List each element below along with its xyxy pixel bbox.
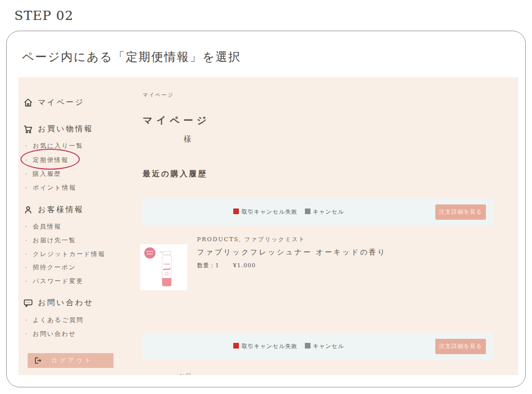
sidebar-item-mypage[interactable]: マイページ <box>24 98 84 107</box>
sidebar-section-label: お客様情報 <box>38 205 84 215</box>
person-icon <box>24 205 33 215</box>
step-label: STEP 02 <box>14 8 74 23</box>
bullet: ・ <box>24 331 30 338</box>
product-price: ¥1.000 <box>233 262 256 269</box>
red-square-icon <box>233 343 239 349</box>
sidebar-section-shopping[interactable]: お買い物情報 <box>24 124 94 134</box>
sidebar-item-purchase-history[interactable]: ・ 購入履歴 <box>24 170 61 178</box>
logout-button[interactable]: ログアウト <box>28 353 114 368</box>
sidebar-item-label: クレジットカード情報 <box>33 250 105 259</box>
sidebar: マイページ お買い物情報 ・ お気に入り一覧 ・ 定期便情報 ・ 購入履歴 <box>24 77 144 375</box>
logout-icon <box>34 357 41 364</box>
sidebar-section-label: お買い物情報 <box>38 124 94 134</box>
sidebar-item-label: 購入履歴 <box>33 170 61 178</box>
sidebar-item-label: パスワード変更 <box>33 277 83 286</box>
view-order-details-button[interactable]: 注文詳細を見る <box>435 204 486 220</box>
legend-cancel-failed: 取引キャンセル失敗 <box>233 208 297 216</box>
sidebar-item-subscription[interactable]: ・ 定期便情報 <box>24 156 69 165</box>
sidebar-item-label: 定期便情報 <box>33 156 69 165</box>
sidebar-item-addresses[interactable]: ・ お届け先一覧 <box>24 236 76 245</box>
bullet: ・ <box>24 237 30 244</box>
legend-label: キャンセル <box>313 208 344 215</box>
red-square-icon <box>233 208 239 214</box>
bullet: ・ <box>24 143 30 150</box>
sidebar-item-label: お問い合わせ <box>33 330 76 338</box>
sidebar-item-label: マイページ <box>38 98 84 107</box>
breadcrumb: マイページ <box>143 91 174 99</box>
step-panel: ページ内にある「定期便情報」を選択 マイページ お買い物情報 ・ お気に入り一覧 <box>6 31 526 387</box>
main-content: マイページ マイページ 様 最近の購入履歴 取引キャンセル失敗 キャンセル 注文… <box>142 77 493 375</box>
home-icon <box>24 98 33 107</box>
gray-square-icon <box>305 343 311 349</box>
sidebar-item-label: ポイント情報 <box>33 183 76 192</box>
cart-icon <box>24 125 33 134</box>
bullet: ・ <box>24 278 30 285</box>
sidebar-item-label: お届け先一覧 <box>33 236 76 245</box>
bullet: ・ <box>24 251 30 258</box>
product-quantity-price: 数量：1 ¥1.000 <box>197 262 256 269</box>
sidebar-section-customer[interactable]: お客様情報 <box>24 205 84 215</box>
bullet: ・ <box>24 171 30 178</box>
legend-cancelled: キャンセル <box>305 208 344 216</box>
status-legend: 取引キャンセル失敗 キャンセル <box>142 208 435 216</box>
bullet: ・ <box>24 317 30 324</box>
bullet: ・ <box>24 264 30 271</box>
sidebar-item-points[interactable]: ・ ポイント情報 <box>24 183 76 192</box>
product-quantity: 数量：1 <box>197 262 219 269</box>
bullet: ・ <box>24 184 30 192</box>
product-badge <box>144 247 156 259</box>
legend-cancel-failed: 取引キャンセル失敗 <box>233 342 297 350</box>
legend-label: 取引キャンセル失敗 <box>241 343 297 350</box>
product-name[interactable]: ファブリックフレッシュナー オーキッドの香り <box>197 248 386 257</box>
cutoff-next-section-text: お届 <box>179 372 196 375</box>
legend-label: 取引キャンセル失敗 <box>241 208 297 215</box>
chat-icon <box>24 298 33 308</box>
recent-purchases-title: 最近の購入履歴 <box>143 169 207 179</box>
sidebar-item-faq[interactable]: ・ よくあるご質問 <box>24 316 83 325</box>
mypage-screenshot: マイページ お買い物情報 ・ お気に入り一覧 ・ 定期便情報 ・ 購入履歴 <box>18 77 518 375</box>
sidebar-item-label: 招待クーポン <box>33 263 76 272</box>
status-legend: 取引キャンセル失敗 キャンセル <box>142 342 435 350</box>
product-image[interactable] <box>140 244 187 290</box>
product-category: PRODUCTS, ファブリックミスト <box>197 236 305 243</box>
sidebar-section-label: お問い合わせ <box>38 298 94 308</box>
legend-label: キャンセル <box>313 343 344 350</box>
sidebar-item-label: 会員情報 <box>33 222 61 231</box>
order-status-bar: 取引キャンセル失敗 キャンセル 注文詳細を見る <box>142 333 493 360</box>
logout-label: ログアウト <box>41 357 114 364</box>
sidebar-item-label: お気に入り一覧 <box>33 142 83 150</box>
sidebar-item-label: よくあるご質問 <box>33 316 83 325</box>
sidebar-item-change-password[interactable]: ・ パスワード変更 <box>24 277 83 286</box>
bullet: ・ <box>24 223 30 230</box>
sidebar-section-contact[interactable]: お問い合わせ <box>24 298 94 308</box>
sidebar-item-contact[interactable]: ・ お問い合わせ <box>24 330 76 338</box>
sidebar-item-member-info[interactable]: ・ 会員情報 <box>24 222 61 231</box>
legend-cancelled: キャンセル <box>305 342 344 350</box>
order-status-bar: 取引キャンセル失敗 キャンセル 注文詳細を見る <box>142 198 493 225</box>
panel-title: ページ内にある「定期便情報」を選択 <box>22 49 241 65</box>
customer-name-suffix: 様 <box>184 134 192 144</box>
sidebar-item-favorites[interactable]: ・ お気に入り一覧 <box>24 142 83 150</box>
page-title: マイページ <box>143 114 210 127</box>
bullet: ・ <box>24 157 30 164</box>
gray-square-icon <box>305 208 311 214</box>
sidebar-item-invite-coupon[interactable]: ・ 招待クーポン <box>24 263 76 272</box>
sidebar-item-credit-card[interactable]: ・ クレジットカード情報 <box>24 250 105 259</box>
view-order-details-button[interactable]: 注文詳細を見る <box>435 339 486 354</box>
